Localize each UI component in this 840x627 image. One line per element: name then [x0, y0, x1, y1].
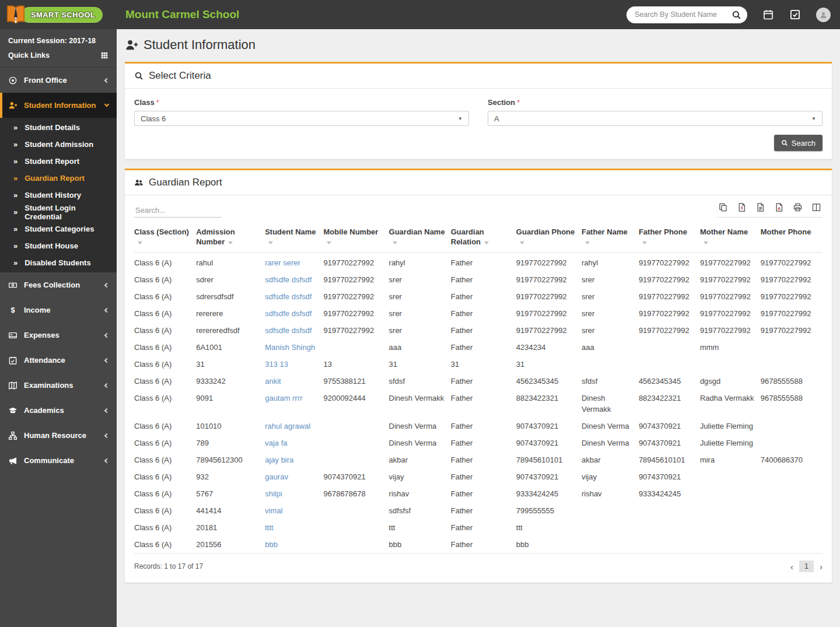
student-name-link[interactable]: Manish Shingh [265, 343, 315, 352]
sidebar-subitem-disabled-students[interactable]: »Disabled Students [0, 254, 117, 271]
student-name-link[interactable]: 313 13 [265, 360, 288, 369]
sidebar-item-communicate[interactable]: Communicate [0, 448, 117, 473]
columns-icon[interactable] [811, 202, 821, 212]
table-cell: 78945612300 [196, 451, 265, 468]
column-header-admission-number[interactable]: Admission Number [196, 222, 265, 253]
student-name-link[interactable]: sdfsdfe dsfsdf [265, 292, 312, 301]
student-name-link[interactable]: sdfsdfe dsfsdf [265, 309, 312, 318]
table-cell [700, 468, 761, 485]
table-row: Class 6 (A)78945612300ajay biraakbarFath… [134, 451, 822, 468]
table-cell: 919770227992 [323, 288, 388, 305]
prev-page-button[interactable]: ‹ [790, 562, 793, 571]
sidebar-item-label: Fees Collection [24, 281, 80, 289]
sidebar-item-fees-collection[interactable]: Fees Collection [0, 272, 117, 297]
sort-caret-icon [327, 241, 331, 244]
section-select-value: A [494, 114, 499, 123]
copy-icon[interactable] [718, 202, 728, 212]
table-cell [323, 339, 388, 356]
table-cell: Father [451, 502, 516, 519]
table-cell: Father [451, 253, 516, 272]
print-icon[interactable] [793, 202, 803, 212]
sidebar-subitem-student-login-credential[interactable]: »Student Login Credential [0, 204, 117, 220]
sidebar-subitem-student-house[interactable]: »Student House [0, 237, 117, 254]
sort-caret-icon [520, 241, 524, 244]
column-header-guardian-phone[interactable]: Guardian Phone [516, 222, 582, 253]
pdf-icon[interactable]: A [774, 202, 784, 212]
column-header-father-name[interactable]: Father Name [582, 222, 639, 253]
next-page-button[interactable]: › [820, 562, 822, 571]
search-icon[interactable] [732, 10, 741, 20]
records-count: Records: 1 to 17 of 17 [134, 562, 203, 570]
sidebar-item-expenses[interactable]: Expenses [0, 323, 117, 348]
logo-text: SMART SCHOOL [31, 10, 95, 19]
grid-icon[interactable] [100, 51, 108, 59]
column-header-father-phone[interactable]: Father Phone [639, 222, 700, 253]
student-name-link[interactable]: gautam rrrr [265, 394, 302, 402]
sidebar-item-examinations[interactable]: Examinations [0, 373, 117, 398]
student-name-link[interactable]: vaja fa [265, 439, 287, 447]
table-cell: srer [389, 271, 451, 288]
student-name-link[interactable]: sdfsdfe dsfsdf [265, 275, 312, 284]
excel-icon[interactable]: X [737, 202, 747, 212]
sidebar-subitem-student-details[interactable]: »Student Details [0, 119, 117, 136]
guardian-report-table: Class (Section)Admission NumberStudent N… [134, 222, 822, 554]
sidebar-item-human-resource[interactable]: Human Resource [0, 423, 117, 448]
sidebar-item-label: Expenses [24, 331, 60, 339]
tasks-icon[interactable] [789, 9, 801, 20]
student-name-link[interactable]: tttt [265, 523, 273, 532]
double-angle-icon: » [13, 241, 18, 250]
section-select[interactable]: A ▼ [488, 111, 822, 126]
csv-icon[interactable] [755, 202, 765, 212]
sidebar-subitem-student-report[interactable]: »Student Report [0, 153, 117, 170]
table-cell: 78945610101 [516, 451, 582, 468]
student-name-link[interactable]: vimal [265, 506, 282, 515]
page-number-button[interactable]: 1 [799, 561, 814, 572]
sidebar-subitem-student-history[interactable]: »Student History [0, 187, 117, 204]
column-header-guardian-name[interactable]: Guardian Name [389, 222, 451, 253]
sidebar-item-income[interactable]: $Income [0, 297, 117, 323]
sidebar-item-student-information[interactable]: Student Information [0, 93, 117, 118]
search-button[interactable]: Search [774, 135, 822, 151]
student-name-link[interactable]: bbb [265, 540, 278, 549]
table-cell: 9074370921 [639, 418, 700, 435]
user-avatar[interactable] [816, 8, 831, 22]
table-cell [700, 536, 761, 554]
column-header-student-name[interactable]: Student Name [265, 222, 323, 253]
smart-school-logo[interactable]: SMART SCHOOL [5, 3, 103, 26]
sidebar-item-attendance[interactable]: Attendance [0, 348, 117, 373]
student-name-link[interactable]: rahul agrawal [265, 422, 310, 430]
school-name: Mount Carmel School [125, 8, 239, 21]
sidebar-item-academics[interactable]: Academics [0, 398, 117, 423]
table-cell: 919770227992 [516, 305, 582, 322]
student-name-link[interactable]: ajay bira [265, 456, 293, 464]
student-search-input[interactable] [635, 10, 732, 19]
student-name-link[interactable]: gaurav [265, 472, 288, 481]
table-search-input[interactable] [134, 204, 222, 218]
column-header-class-section[interactable]: Class (Section) [134, 222, 196, 253]
table-cell: Father [451, 418, 516, 435]
table-cell [582, 519, 639, 536]
student-name-link[interactable]: rarer serer [265, 258, 300, 267]
sidebar-subitem-student-categories[interactable]: »Student Categories [0, 220, 117, 237]
table-cell: Father [451, 468, 516, 485]
quick-links[interactable]: Quick Links [0, 47, 117, 68]
table-cell: 919770227992 [639, 253, 700, 272]
sidebar-subitem-student-admission[interactable]: »Student Admission [0, 136, 117, 153]
student-name-link[interactable]: shilpi [265, 489, 282, 498]
column-header-mother-name[interactable]: Mother Name [700, 222, 761, 253]
student-name-link[interactable]: sdfsdfe dsfsdf [265, 326, 312, 335]
column-header-mobile-number[interactable]: Mobile Number [323, 222, 388, 253]
table-cell: Father [451, 485, 516, 502]
sidebar-subitem-label: Student Admission [24, 140, 93, 149]
student-name-link[interactable]: ankit [265, 377, 281, 386]
sidebar-item-front-office[interactable]: Front Office [0, 68, 117, 93]
table-cell: 919770227992 [323, 322, 388, 339]
calendar-icon[interactable] [762, 9, 774, 20]
class-select[interactable]: Class 6 ▼ [134, 111, 469, 126]
sidebar-nav: Front OfficeStudent Information»Student … [0, 68, 117, 473]
table-cell: rahul [196, 253, 265, 272]
sidebar-subitem-guardian-report[interactable]: »Guardian Report [0, 170, 117, 187]
class-select-value: Class 6 [141, 114, 166, 123]
column-header-guardian-relation[interactable]: Guardian Relation [451, 222, 516, 253]
chevron-down-icon [104, 102, 109, 107]
